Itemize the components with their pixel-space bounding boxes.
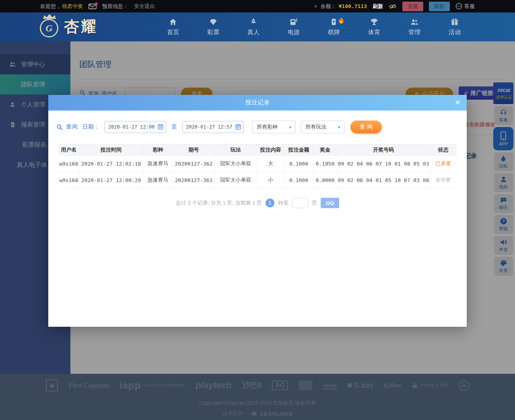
col-playtype: 玩法 xyxy=(214,144,257,156)
search-icon xyxy=(56,124,63,131)
refresh-button[interactable]: 刷新 xyxy=(373,3,383,10)
cell-content: 小 xyxy=(257,172,284,188)
gift-icon xyxy=(450,18,459,27)
brand-logo[interactable]: G 杏耀 xyxy=(38,15,98,38)
cell-issue: 20200127-362 xyxy=(173,156,214,172)
bet-records-modal: 投注记录 × 查询: 日期： 至 所有彩种 ▼ xyxy=(48,95,467,327)
nav-item-manage[interactable]: 管理 xyxy=(394,12,435,41)
nav-item-egames[interactable]: 电游 xyxy=(274,12,314,41)
col-username: 用户名 xyxy=(58,144,79,156)
welcome-text: 欢迎您， xyxy=(40,3,61,10)
col-prize: 奖金 xyxy=(313,144,337,156)
nav-item-home[interactable]: 首页 xyxy=(153,12,193,41)
cell-bet-time: 2020-01-27 12:02:18 xyxy=(79,156,143,172)
home-icon xyxy=(169,18,177,27)
username-link[interactable]: 祝君中奖 xyxy=(62,3,83,10)
modal-search-row: 查询: 日期： 至 所有彩种 ▼ 所有玩法 ▼ xyxy=(56,121,382,133)
deposit-button[interactable]: 充值 xyxy=(402,2,423,11)
goto-page-input[interactable] xyxy=(292,198,308,208)
eye-slash-icon[interactable] xyxy=(389,4,397,9)
col-bet-time: 投注时间 xyxy=(79,144,143,156)
topbar: 欢迎您， 祝君中奖 预留信息： 安全退出 ∨ 余额： ¥100.7113 刷新 … xyxy=(0,0,515,12)
topbar-right: ∨ 余额： ¥100.7113 刷新 充值 提款 客服 xyxy=(314,2,475,11)
cell-prize: 0.1950 xyxy=(313,156,337,172)
table-row: w9s168 2020-01-27 12:00:29 急速赛马 20200127… xyxy=(58,172,457,188)
status-badge: 未中奖 xyxy=(430,172,457,188)
query-label: 查询: xyxy=(66,123,79,131)
date-from-field xyxy=(105,121,166,133)
calendar-icon[interactable] xyxy=(157,123,164,130)
cell-issue: 20200127-361 xyxy=(173,172,214,188)
nav-item-cards[interactable]: 棋牌 xyxy=(314,12,354,41)
hot-flame-icon xyxy=(339,17,344,24)
nav-item-lottery[interactable]: 彩票 xyxy=(193,12,233,41)
cell-bet-time: 2020-01-27 12:00:29 xyxy=(79,172,143,188)
lottery-select[interactable]: 所有彩种 ▼ xyxy=(252,121,296,133)
service-link[interactable]: 客服 xyxy=(455,3,475,10)
nav-item-sports[interactable]: 体育 xyxy=(354,12,394,41)
to-label: 至 xyxy=(171,123,177,131)
pagination-summary: 总计 2 个记录, 分为 1 页, 当前第 1 页 xyxy=(176,199,262,207)
reserved-info-link[interactable]: 预留信息： xyxy=(102,3,128,10)
playtype-select[interactable]: 所有玩法 ▼ xyxy=(301,121,344,133)
cards-icon xyxy=(330,18,338,27)
pagination: 总计 2 个记录, 分为 1 页, 当前第 1 页 1 转至 页 GO xyxy=(48,198,467,208)
page-label: 页 xyxy=(312,199,317,207)
chat-circle-icon xyxy=(455,3,462,10)
trophy-icon xyxy=(370,18,379,27)
col-issue: 期号 xyxy=(173,144,214,156)
query-button[interactable]: 查 询 xyxy=(350,121,382,133)
topbar-left: 欢迎您， 祝君中奖 预留信息： 安全退出 xyxy=(40,3,155,10)
balance-value: ¥100.7113 xyxy=(339,3,367,9)
modal-title: 投注记录 xyxy=(245,99,270,107)
calendar-icon[interactable] xyxy=(235,123,241,130)
status-badge: 已派奖 xyxy=(430,156,457,172)
nav-items: 首页 彩票 真人 电游 棋牌 体育 xyxy=(153,12,475,41)
col-numbers: 开奖号码 xyxy=(337,144,430,156)
col-status: 状态 xyxy=(430,144,457,156)
cell-lottery: 急速赛马 xyxy=(143,172,173,188)
cell-playtype: 冠军大小单双 xyxy=(214,172,257,188)
cell-amount: 0.1000 xyxy=(284,172,313,188)
service-label: 客服 xyxy=(464,3,475,10)
ticket-icon xyxy=(209,18,218,27)
withdraw-button[interactable]: 提款 xyxy=(429,2,450,11)
chevron-down-icon: ▼ xyxy=(337,125,341,129)
chevron-down-icon: ▼ xyxy=(288,125,292,129)
users-icon xyxy=(410,18,419,27)
date-label: 日期： xyxy=(82,123,99,131)
brand-name: 杏耀 xyxy=(64,16,98,37)
cell-numbers: 09 02 04 06 07 10 01 08 05 03 xyxy=(337,156,430,172)
app-root: 欢迎您， 祝君中奖 预留信息： 安全退出 ∨ 余额： ¥100.7113 刷新 … xyxy=(0,0,515,420)
page-button-1[interactable]: 1 xyxy=(266,199,274,207)
cell-playtype: 冠军大小单双 xyxy=(214,156,257,172)
main-nav: G 杏耀 首页 彩票 真人 电游 棋牌 xyxy=(0,12,515,41)
cell-username: w9s168 xyxy=(58,156,79,172)
nav-item-promos[interactable]: 活动 xyxy=(435,12,475,41)
bet-records-table: 用户名 投注时间 彩种 期号 玩法 投注内容 投注金额 奖金 开奖号码 状态 w… xyxy=(58,144,457,188)
cell-amount: 0.1000 xyxy=(284,156,313,172)
slot-machine-icon xyxy=(289,18,298,27)
goto-label: 转至 xyxy=(278,199,288,207)
table-header-row: 用户名 投注时间 彩种 期号 玩法 投注内容 投注金额 奖金 开奖号码 状态 xyxy=(58,144,457,156)
close-icon[interactable]: × xyxy=(455,96,460,109)
chevron-down-icon[interactable]: ∨ xyxy=(314,4,317,9)
cell-prize: 0.0000 xyxy=(313,172,337,188)
modal-header: 投注记录 × xyxy=(48,95,467,111)
mail-badge xyxy=(95,2,98,5)
table-row: w9s168 2020-01-27 12:02:18 急速赛马 20200127… xyxy=(58,156,457,172)
mail-icon[interactable] xyxy=(89,4,97,9)
rocket-icon xyxy=(249,18,258,27)
nav-item-live[interactable]: 真人 xyxy=(233,12,274,41)
date-to-field xyxy=(182,121,244,133)
cell-lottery: 急速赛马 xyxy=(143,156,173,172)
cell-numbers: 09 02 06 04 01 05 10 07 03 08 xyxy=(337,172,430,188)
brand-emblem-icon: G xyxy=(38,15,61,38)
logout-link[interactable]: 安全退出 xyxy=(134,3,155,10)
col-amount: 投注金额 xyxy=(284,144,313,156)
col-lottery: 彩种 xyxy=(143,144,173,156)
go-button[interactable]: GO xyxy=(321,198,339,208)
cell-content: 大 xyxy=(257,156,284,172)
col-content: 投注内容 xyxy=(257,144,284,156)
cell-username: w9s168 xyxy=(58,172,79,188)
